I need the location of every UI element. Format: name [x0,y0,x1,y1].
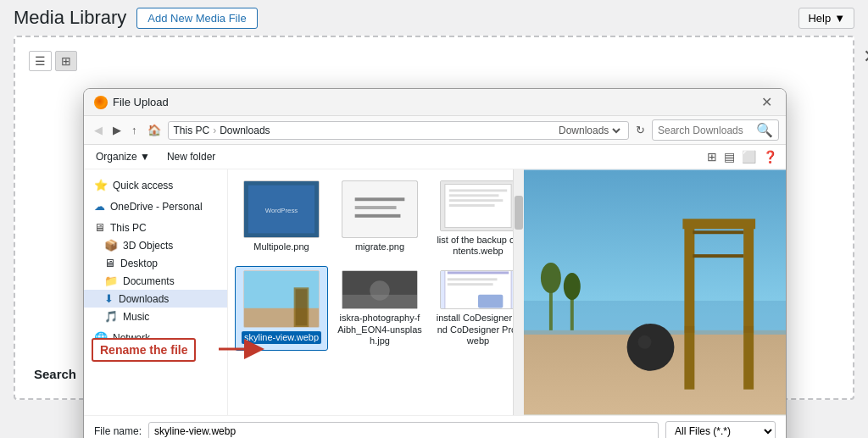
sidebar-item-thispc[interactable]: 🖥 This PC [84,219,227,236]
svg-rect-5 [355,206,397,209]
scrollbar-track[interactable] [513,169,523,415]
cloud-icon: ☁ [94,200,105,213]
main-content: ☰ ⊞ Search ✕ File Upload ✕ ◀ [0,36,868,400]
sidebar-downloads-label: Downloads [119,293,169,305]
rename-tooltip-box: Rename the file [92,338,196,362]
filename-label: File name: [94,425,142,437]
svg-rect-23 [448,279,498,281]
music-icon: 🎵 [104,310,118,323]
filename-row: File name: All Files (*.*) [84,415,786,438]
help-chevron-icon: ▼ [834,12,845,25]
file-item-backup[interactable]: list of the backup contents.webp [431,176,513,261]
scrollbar-thumb[interactable] [515,196,523,230]
nav-up-button[interactable]: ↑ [128,122,141,138]
sidebar-item-music[interactable]: 🎵 Music [84,308,227,325]
organize-button[interactable]: Organize ▼ [91,149,155,164]
sidebar-section-thispc: 🖥 This PC 📦 3D Objects 🖥 Desktop 📁 [84,219,227,325]
filename-input[interactable] [148,422,659,438]
rename-arrow-icon [219,332,270,366]
file-thumbnail-skyline [243,270,320,328]
file-item-migrate[interactable]: migrate.png [333,176,426,261]
search-box: 🔍 [652,119,779,141]
svg-text:WordPress: WordPress [265,207,298,214]
grid-view-icon: ⊞ [61,54,71,68]
new-folder-button[interactable]: New folder [162,149,220,164]
svg-point-41 [564,273,581,300]
firefox-icon [94,96,108,109]
file-thumbnail-migrate [342,180,418,238]
breadcrumb-dropdown[interactable]: Downloads [555,124,623,137]
help-pane-button[interactable]: ❓ [761,148,779,165]
svg-point-35 [638,335,652,349]
page-title-area: Media Library Add New Media File [14,7,258,29]
help-label: Help [808,12,831,25]
svg-rect-36 [684,326,694,333]
file-name-multipole: Multipole.png [253,241,309,252]
file-name-iskra: iskra-photography-fAibh_EON4-unsplash.jp… [337,313,422,347]
preview-pane [523,169,786,415]
refresh-button[interactable]: ↻ [632,122,648,138]
help-button[interactable]: Help ▼ [798,8,854,29]
svg-rect-31 [682,219,755,229]
sidebar-section-onedrive: ☁ OneDrive - Personal [84,197,227,215]
grid-view-button[interactable]: ⊞ [55,51,77,71]
breadcrumb-downloads[interactable]: Downloads [220,125,270,136]
svg-rect-6 [355,214,401,218]
file-thumbnail-multipole: WordPress [243,180,320,238]
sidebar-documents-label: Documents [123,275,175,287]
documents-icon: 📁 [104,274,118,287]
breadcrumb-this-pc[interactable]: This PC [174,125,210,136]
dialog-close-button[interactable]: ✕ [758,94,776,110]
filetype-select[interactable]: All Files (*.*) [665,421,776,438]
breadcrumb-bar: This PC › Downloads Downloads [168,121,630,140]
nav-back-button[interactable]: ◀ [91,122,106,138]
file-grid: WordPress Multipole.png [228,169,513,415]
top-bar: Media Library Add New Media File Help ▼ [0,0,868,36]
sidebar-item-3dobjects[interactable]: 📦 3D Objects [84,236,227,254]
svg-rect-25 [478,295,503,308]
organize-label: Organize [96,151,137,163]
svg-rect-24 [448,283,493,286]
view-options: ⊞ ▤ ⬜ ❓ [705,148,779,165]
file-item-multipole[interactable]: WordPress Multipole.png [235,176,328,261]
file-thumbnail-backup [440,180,513,231]
sidebar-item-quickaccess[interactable]: ⭐ Quick access [84,176,227,194]
search-label: Search [34,367,76,381]
sidebar-thispc-label: This PC [110,222,147,234]
file-area: WordPress Multipole.png [228,169,786,415]
sidebar-item-documents[interactable]: 📁 Documents [84,272,227,290]
nav-forward-button[interactable]: ▶ [109,122,125,138]
sidebar-item-desktop[interactable]: 🖥 Desktop [84,254,227,272]
list-view-icon: ☰ [35,54,46,68]
file-item-iskra[interactable]: iskra-photography-fAibh_EON4-unsplash.jp… [333,266,426,351]
file-item-codesigner[interactable]: install CoDesigner and CoDesigner Pro.we… [431,266,513,351]
details-view-button[interactable]: ▤ [722,148,737,165]
svg-point-39 [541,263,561,293]
dialog-title-text: File Upload [113,96,169,108]
svg-rect-22 [448,272,509,274]
preview-pane-button[interactable]: ⬜ [740,148,758,165]
thumbnail-view-button[interactable]: ⊞ [705,148,719,165]
sidebar-item-onedrive[interactable]: ☁ OneDrive - Personal [84,197,227,215]
file-thumbnail-codesigner [440,270,513,309]
list-view-button[interactable]: ☰ [29,51,52,71]
dialog-titlebar: File Upload ✕ [84,89,786,116]
svg-rect-11 [449,199,504,202]
page-title: Media Library [14,7,126,29]
nav-bar: ◀ ▶ ↑ 🏠 This PC › Downloads Downloads ↻ … [84,116,786,145]
svg-rect-10 [449,194,499,197]
add-new-media-button[interactable]: Add New Media File [136,8,257,29]
search-downloads-input[interactable] [658,125,753,136]
rename-tooltip-area: Rename the file [92,338,196,362]
media-area-close-button[interactable]: ✕ [863,46,868,68]
svg-rect-4 [355,197,405,201]
file-name-codesigner: install CoDesigner and CoDesigner Pro.we… [436,313,513,347]
media-grid-area: ☰ ⊞ Search ✕ File Upload ✕ ◀ [14,36,854,400]
svg-rect-30 [743,220,754,389]
sidebar-item-downloads[interactable]: ⬇ Downloads [84,290,227,308]
file-name-migrate: migrate.png [355,241,404,252]
nav-recent-button[interactable]: 🏠 [144,122,164,138]
dialog-sidebar: ⭐ Quick access ☁ OneDrive - Personal 🖥 [84,169,228,415]
sidebar-3dobjects-label: 3D Objects [123,240,173,252]
sidebar-desktop-label: Desktop [120,258,158,269]
